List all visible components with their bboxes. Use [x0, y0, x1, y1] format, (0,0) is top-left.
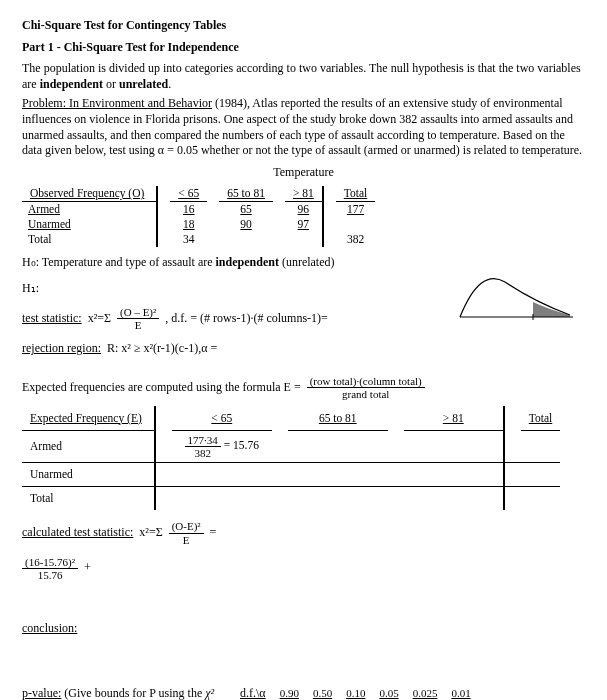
doc-title: Chi-Square Test for Contingency Tables — [22, 18, 585, 34]
unarmed-total — [336, 217, 375, 232]
total-c3 — [285, 232, 323, 247]
ef-den: grand total — [339, 388, 392, 400]
pvalue-text-block: p-value: (Give bounds for P using the χ²… — [22, 686, 222, 700]
exp-armed-frac: 177·34 382 — [185, 434, 221, 459]
problem-label: Problem: — [22, 96, 66, 110]
armed-total: 177 — [336, 202, 375, 217]
row-total: Total — [22, 232, 157, 247]
pv-4: 0.025 — [413, 686, 438, 700]
conclusion-label: conclusion: — [22, 621, 585, 637]
col-total: Total — [336, 186, 375, 201]
calc-frac: (O-E)² E — [169, 520, 204, 545]
c-num: (O-E)² — [169, 520, 204, 533]
exp-armed-c1: 177·34 382 = 15.76 — [172, 430, 272, 462]
pv-1: 0.50 — [313, 686, 332, 700]
exp-row-unarmed: Unarmed — [22, 462, 155, 486]
exp-col-lt65: < 65 — [172, 406, 272, 430]
h0-label: H₀: — [22, 255, 39, 269]
intro-bold2: unrelated — [119, 77, 168, 91]
intro-mid: or — [103, 77, 119, 91]
row-unarmed: Unarmed — [22, 217, 157, 232]
pv-2: 0.10 — [346, 686, 365, 700]
c-den: E — [180, 534, 193, 546]
exp-header: Expected Frequency (E) — [22, 406, 155, 430]
h0-bold: independent — [216, 255, 279, 269]
test-stat-pre: x²=Σ — [88, 311, 111, 327]
armed-c1: 16 — [170, 202, 207, 217]
unarmed-c1: 18 — [170, 217, 207, 232]
calc-term-line: (16-15.76)² 15.76 + — [22, 556, 585, 581]
h0-end: (unrelated) — [279, 255, 335, 269]
exp-row-armed: Armed — [22, 430, 155, 462]
pv-5: 0.01 — [451, 686, 470, 700]
obs-header: Observed Frequency (O) — [22, 186, 157, 201]
temperature-heading: Temperature — [22, 165, 585, 181]
total-c2 — [219, 232, 273, 247]
expected-formula-line: Expected frequencies are computed using … — [22, 375, 585, 400]
ea-val: = 15.76 — [224, 439, 259, 451]
total-c1: 34 — [170, 232, 207, 247]
doc-part: Part 1 - Chi-Square Test for Independenc… — [22, 40, 585, 56]
observed-frequency-table: Observed Frequency (O) < 65 65 to 81 > 8… — [22, 186, 375, 247]
pvalue-values: 0.90 0.50 0.10 0.05 0.025 0.01 — [280, 686, 471, 700]
test-statistic-line: test statistic: x²=Σ (O – E)² E , d.f. =… — [22, 306, 455, 331]
df-text: , d.f. = (# rows-1)·(# columns-1)= — [165, 311, 328, 327]
chi-square-curve — [455, 262, 575, 327]
ts-den: E — [132, 319, 145, 331]
expected-table-wrap: Expected Frequency (E) < 65 65 to 81 > 8… — [22, 406, 585, 510]
row-armed: Armed — [22, 202, 157, 217]
pv-3: 0.05 — [379, 686, 398, 700]
total-total: 382 — [336, 232, 375, 247]
expected-frequency-table: Expected Frequency (E) < 65 65 to 81 > 8… — [22, 406, 560, 510]
df-alpha-label: d.f.\α — [240, 686, 266, 700]
calc-pre: x²=Σ — [139, 525, 162, 541]
col-lt65: < 65 — [170, 186, 207, 201]
calc-label: calculated test statistic: — [22, 525, 133, 541]
rejection-region-line: rejection region: R: x² ≥ x²(r-1)(c-1),α… — [22, 341, 585, 357]
ts-num: (O – E)² — [117, 306, 159, 319]
ea-num: 177·34 — [185, 434, 221, 447]
pv-0: 0.90 — [280, 686, 299, 700]
exp-col-65to81: 65 to 81 — [288, 406, 388, 430]
calc-eq: = — [210, 525, 217, 541]
pvalue-axis-block: d.f.\α 0.90 0.50 0.10 0.05 0.025 0.01 — [240, 686, 471, 700]
calculated-test-stat-line: calculated test statistic: x²=Σ (O-E)² E… — [22, 520, 585, 545]
unarmed-c2: 90 — [219, 217, 273, 232]
h0-text: Temperature and type of assault are — [39, 255, 216, 269]
ct-den: 15.76 — [35, 569, 66, 581]
ct-num: (16-15.76)² — [22, 556, 78, 569]
exp-col-gt81: > 81 — [404, 406, 504, 430]
test-stat-label: test statistic: — [22, 311, 82, 327]
problem-paragraph: Problem: In Environment and Behavior (19… — [22, 96, 585, 158]
ea-den: 382 — [191, 447, 214, 459]
unarmed-c3: 97 — [285, 217, 323, 232]
intro-end: . — [168, 77, 171, 91]
rej-text: R: x² ≥ x²(r-1)(c-1),α = — [107, 341, 217, 357]
pvalue-row: p-value: (Give bounds for P using the χ²… — [22, 686, 585, 700]
exp-row-total: Total — [22, 486, 155, 510]
exp-formula-frac: (row total)·(column total) grand total — [307, 375, 425, 400]
pvalue-text: (Give bounds for P using the — [61, 686, 205, 700]
intro-bold1: independent — [40, 77, 103, 91]
armed-c3: 96 — [285, 202, 323, 217]
ef-num: (row total)·(column total) — [307, 375, 425, 388]
test-stat-frac: (O – E)² E — [117, 306, 159, 331]
exp-formula-text: Expected frequencies are computed using … — [22, 380, 301, 396]
col-gt81: > 81 — [285, 186, 323, 201]
calc-plus: + — [84, 560, 91, 576]
intro-paragraph: The population is divided up into catego… — [22, 61, 585, 92]
pvalue-label: p-value: — [22, 686, 61, 700]
problem-source: In Environment and Behavior — [66, 96, 212, 110]
observed-table-wrap: Observed Frequency (O) < 65 65 to 81 > 8… — [22, 186, 585, 247]
col-65to81: 65 to 81 — [219, 186, 273, 201]
armed-c2: 65 — [219, 202, 273, 217]
exp-col-total: Total — [521, 406, 560, 430]
rej-label: rejection region: — [22, 341, 101, 357]
calc-term-frac: (16-15.76)² 15.76 — [22, 556, 78, 581]
chi-symbol: χ² — [205, 686, 214, 700]
